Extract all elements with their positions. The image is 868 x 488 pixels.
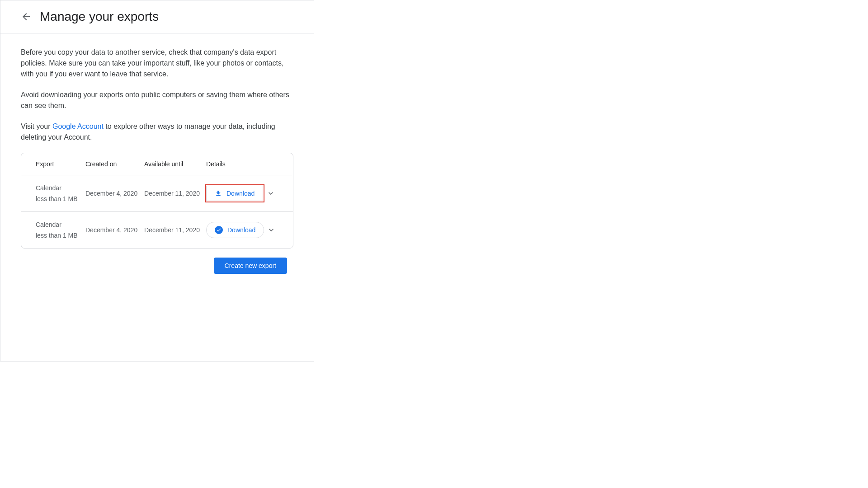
chevron-down-icon[interactable] (267, 225, 276, 235)
table-row: Calendar less than 1 MB December 4, 2020… (21, 175, 293, 212)
intro-paragraph-1: Before you copy your data to another ser… (21, 47, 293, 80)
export-name: Calendar (36, 184, 85, 192)
header-created: Created on (85, 160, 144, 168)
create-button-wrapper: Create new export (21, 258, 293, 274)
download-button[interactable]: Download (206, 186, 263, 201)
export-cell: Calendar less than 1 MB (36, 221, 85, 239)
header-available: Available until (144, 160, 206, 168)
intro-text-prefix: Visit your (21, 122, 52, 130)
create-new-export-button[interactable]: Create new export (214, 258, 287, 274)
download-button[interactable]: Download (206, 222, 264, 238)
exports-table: Export Created on Available until Detail… (21, 153, 293, 249)
content-area: Before you copy your data to another ser… (0, 33, 314, 287)
available-date: December 11, 2020 (144, 226, 206, 234)
download-label: Download (226, 190, 255, 197)
page-title: Manage your exports (40, 9, 159, 24)
table-header-row: Export Created on Available until Detail… (21, 153, 293, 175)
page-header: Manage your exports (0, 0, 314, 33)
created-date: December 4, 2020 (85, 190, 144, 197)
header-export: Export (36, 160, 85, 168)
intro-paragraph-2: Avoid downloading your exports onto publ… (21, 89, 293, 111)
download-label: Download (227, 226, 255, 234)
export-cell: Calendar less than 1 MB (36, 184, 85, 202)
main-container: Manage your exports Before you copy your… (0, 0, 314, 361)
export-size: less than 1 MB (36, 232, 85, 239)
chevron-down-icon[interactable] (266, 189, 275, 198)
table-row: Calendar less than 1 MB December 4, 2020… (21, 212, 293, 248)
download-icon (215, 190, 222, 197)
header-details: Details (206, 160, 260, 168)
export-name: Calendar (36, 221, 85, 228)
intro-paragraph-3: Visit your Google Account to explore oth… (21, 121, 293, 143)
check-circle-icon (215, 226, 223, 234)
export-size: less than 1 MB (36, 195, 85, 202)
available-date: December 11, 2020 (144, 190, 206, 197)
back-arrow-icon[interactable] (21, 11, 32, 22)
google-account-link[interactable]: Google Account (52, 122, 104, 130)
created-date: December 4, 2020 (85, 226, 144, 234)
